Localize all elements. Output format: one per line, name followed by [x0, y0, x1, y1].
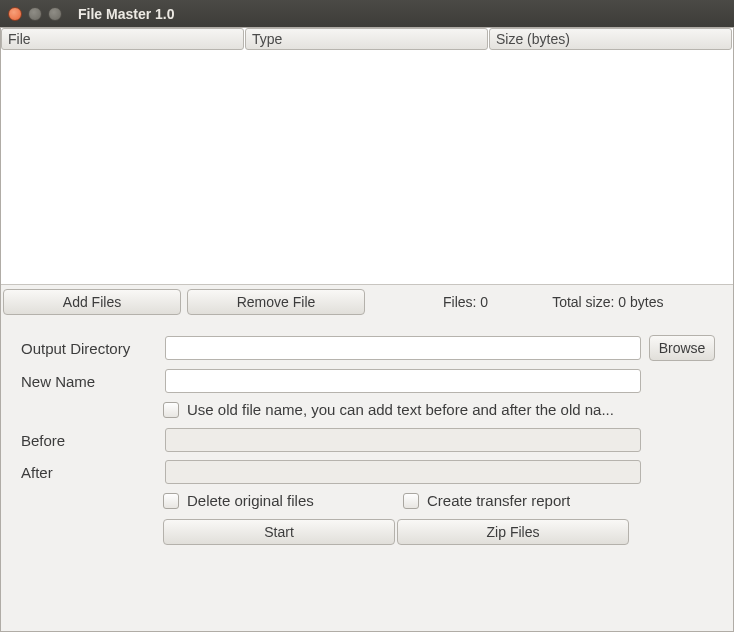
column-type[interactable]: Type	[245, 28, 488, 50]
use-old-label: Use old file name, you can add text befo…	[187, 401, 641, 418]
after-row: After	[21, 460, 715, 484]
files-text: Files:	[443, 294, 476, 310]
window-title: File Master 1.0	[78, 6, 175, 22]
after-label: After	[21, 464, 157, 481]
new-name-label: New Name	[21, 373, 157, 390]
column-size[interactable]: Size (bytes)	[489, 28, 732, 50]
after-input	[165, 460, 641, 484]
total-value: 0 bytes	[618, 294, 663, 310]
window-body: File Type Size (bytes) Add Files Remove …	[0, 27, 734, 632]
maximize-icon[interactable]	[48, 7, 62, 21]
form-area: Output Directory Browse New Name Use old…	[1, 319, 733, 555]
column-file[interactable]: File	[1, 28, 244, 50]
titlebar: File Master 1.0	[0, 0, 734, 27]
use-old-row: Use old file name, you can add text befo…	[163, 401, 641, 418]
report-label: Create transfer report	[427, 492, 570, 509]
table-body[interactable]	[1, 50, 733, 284]
new-name-row: New Name	[21, 369, 715, 393]
delete-label: Delete original files	[187, 492, 314, 509]
toolbar-row: Add Files Remove File Files: 0 Total siz…	[1, 285, 733, 319]
before-input	[165, 428, 641, 452]
report-group: Create transfer report	[403, 492, 635, 509]
files-count-label: Files: 0	[443, 294, 488, 310]
files-value: 0	[480, 294, 488, 310]
start-button[interactable]: Start	[163, 519, 395, 545]
output-dir-label: Output Directory	[21, 340, 157, 357]
add-files-button[interactable]: Add Files	[3, 289, 181, 315]
total-text: Total size:	[552, 294, 614, 310]
report-checkbox[interactable]	[403, 493, 419, 509]
file-table: File Type Size (bytes)	[1, 28, 733, 285]
output-dir-input[interactable]	[165, 336, 641, 360]
table-headers: File Type Size (bytes)	[1, 28, 733, 50]
zip-button[interactable]: Zip Files	[397, 519, 629, 545]
action-row: Start Zip Files	[163, 519, 715, 545]
minimize-icon[interactable]	[28, 7, 42, 21]
output-dir-row: Output Directory Browse	[21, 335, 715, 361]
before-label: Before	[21, 432, 157, 449]
use-old-checkbox[interactable]	[163, 402, 179, 418]
browse-button[interactable]: Browse	[649, 335, 715, 361]
delete-checkbox[interactable]	[163, 493, 179, 509]
before-row: Before	[21, 428, 715, 452]
options-row: Delete original files Create transfer re…	[163, 492, 715, 509]
remove-file-button[interactable]: Remove File	[187, 289, 365, 315]
delete-group: Delete original files	[163, 492, 395, 509]
new-name-input[interactable]	[165, 369, 641, 393]
close-icon[interactable]	[8, 7, 22, 21]
total-size-label: Total size: 0 bytes	[552, 294, 663, 310]
